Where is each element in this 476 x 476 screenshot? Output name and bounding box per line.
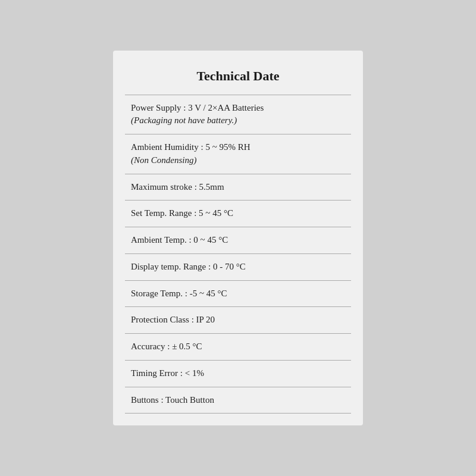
row-ambient-humidity: Ambient Humidity : 5 ~ 95% RH(Non Conden… [113, 134, 363, 174]
row-power-supply: Power Supply : 3 V / 2×AA Batteries(Pack… [113, 95, 363, 134]
technical-date-card: Technical Date Power Supply : 3 V / 2×AA… [113, 51, 363, 426]
row-storage-temp: Storage Temp. : -5 ~ 45 °C [113, 281, 363, 307]
row-display-temp-range: Display temp. Range : 0 - 70 °C [113, 254, 363, 280]
row-protection-class-line-0: Protection Class : IP 20 [131, 314, 345, 327]
row-display-temp-range-line-0: Display temp. Range : 0 - 70 °C [131, 261, 345, 274]
row-ambient-temp: Ambient Temp. : 0 ~ 45 °C [113, 227, 363, 253]
row-timing-error: Timing Error : < 1% [113, 361, 363, 387]
row-buttons: Buttons : Touch Button [113, 387, 363, 414]
row-accuracy-line-0: Accuracy : ± 0.5 °C [131, 340, 345, 353]
row-maximum-stroke: Maximum stroke : 5.5mm [113, 174, 363, 201]
row-protection-class: Protection Class : IP 20 [113, 307, 363, 333]
row-ambient-humidity-line-1: (Non Condensing) [131, 154, 345, 167]
row-buttons-line-0: Buttons : Touch Button [131, 394, 345, 407]
row-set-temp-range: Set Temp. Range : 5 ~ 45 °C [113, 201, 363, 227]
row-maximum-stroke-line-0: Maximum stroke : 5.5mm [131, 181, 345, 194]
row-power-supply-line-0: Power Supply : 3 V / 2×AA Batteries [131, 102, 345, 115]
card-title: Technical Date [113, 68, 363, 84]
row-set-temp-range-line-0: Set Temp. Range : 5 ~ 45 °C [131, 207, 345, 220]
divider-after-buttons [125, 413, 351, 414]
row-power-supply-line-1: (Packaging not have battery.) [131, 114, 345, 127]
row-ambient-humidity-line-0: Ambient Humidity : 5 ~ 95% RH [131, 141, 345, 154]
row-timing-error-line-0: Timing Error : < 1% [131, 367, 345, 380]
row-ambient-temp-line-0: Ambient Temp. : 0 ~ 45 °C [131, 234, 345, 247]
row-accuracy: Accuracy : ± 0.5 °C [113, 334, 363, 360]
row-storage-temp-line-0: Storage Temp. : -5 ~ 45 °C [131, 287, 345, 300]
